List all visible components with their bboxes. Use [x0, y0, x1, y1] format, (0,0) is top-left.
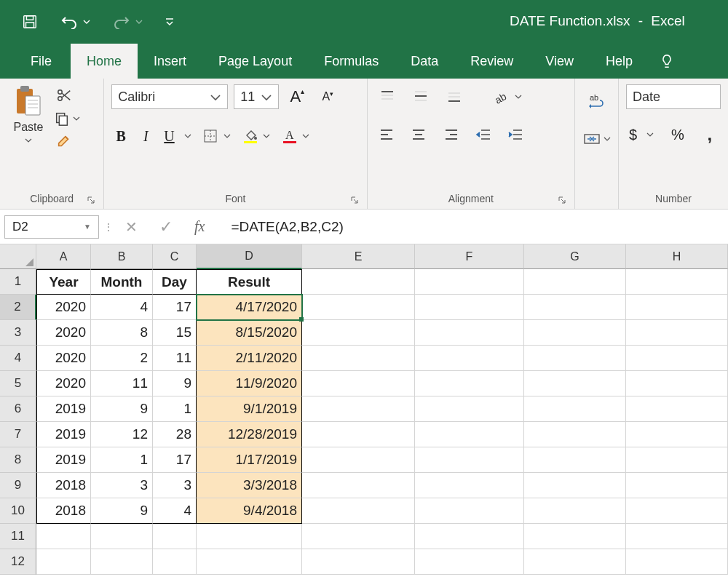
cell-F4[interactable] — [415, 346, 524, 371]
align-left-button[interactable] — [375, 122, 398, 147]
column-header-D[interactable]: D — [197, 244, 302, 269]
cell-E9[interactable] — [302, 473, 415, 498]
cell-E1[interactable] — [302, 269, 415, 295]
cell-D1[interactable]: Result — [197, 269, 302, 295]
cell-E2[interactable] — [302, 295, 415, 320]
cell-F3[interactable] — [415, 320, 524, 346]
align-top-button[interactable] — [375, 84, 400, 109]
cell-H9[interactable] — [626, 473, 728, 498]
tab-formulas[interactable]: Formulas — [308, 44, 395, 79]
column-header-C[interactable]: C — [153, 244, 197, 269]
row-header-3[interactable]: 3 — [0, 320, 36, 346]
cell-D9[interactable]: 3/3/2018 — [197, 473, 302, 498]
cell-G1[interactable] — [524, 269, 626, 295]
cancel-formula-button[interactable]: ✕ — [125, 218, 138, 236]
cell-C9[interactable]: 3 — [153, 473, 197, 498]
row-header-2[interactable]: 2 — [0, 295, 36, 320]
cell-C8[interactable]: 17 — [153, 447, 197, 473]
underline-button[interactable]: U — [161, 124, 194, 148]
percent-format-button[interactable]: % — [667, 122, 689, 147]
cell-C6[interactable]: 1 — [153, 396, 197, 422]
cell-B8[interactable]: 1 — [91, 447, 153, 473]
clipboard-launcher[interactable] — [86, 195, 96, 205]
cell-H10[interactable] — [626, 498, 728, 524]
cell-C5[interactable]: 9 — [153, 371, 197, 396]
cell-B9[interactable]: 3 — [91, 473, 153, 498]
cell-B12[interactable] — [91, 549, 153, 575]
cell-C4[interactable]: 11 — [153, 346, 197, 371]
number-format-combo[interactable]: Date — [626, 84, 721, 109]
cell-D3[interactable]: 8/15/2020 — [197, 320, 302, 346]
tab-file[interactable]: File — [15, 44, 71, 79]
fill-color-button[interactable] — [240, 124, 273, 148]
cell-H4[interactable] — [626, 346, 728, 371]
cell-F2[interactable] — [415, 295, 524, 320]
cell-A3[interactable]: 2020 — [36, 320, 91, 346]
cell-C10[interactable]: 4 — [153, 498, 197, 524]
wrap-text-button[interactable]: ab — [585, 89, 609, 113]
customize-qat-button[interactable] — [165, 0, 175, 44]
cell-A12[interactable] — [36, 549, 91, 575]
cell-H6[interactable] — [626, 396, 728, 422]
borders-button[interactable] — [200, 124, 234, 148]
cell-E8[interactable] — [302, 447, 415, 473]
cell-H5[interactable] — [626, 371, 728, 396]
cell-C1[interactable]: Day — [153, 269, 197, 295]
font-color-button[interactable]: A — [279, 124, 312, 148]
tab-data[interactable]: Data — [395, 44, 454, 79]
cell-H2[interactable] — [626, 295, 728, 320]
cell-E4[interactable] — [302, 346, 415, 371]
cell-G8[interactable] — [524, 447, 626, 473]
cell-H1[interactable] — [626, 269, 728, 295]
cell-F5[interactable] — [415, 371, 524, 396]
cell-B10[interactable]: 9 — [91, 498, 153, 524]
cell-A5[interactable]: 2020 — [36, 371, 91, 396]
cell-H12[interactable] — [626, 549, 728, 575]
align-middle-button[interactable] — [408, 84, 433, 109]
cell-G12[interactable] — [524, 549, 626, 575]
column-header-F[interactable]: F — [415, 244, 524, 269]
merge-center-button[interactable] — [580, 127, 614, 151]
cell-A4[interactable]: 2020 — [36, 346, 91, 371]
cell-B1[interactable]: Month — [91, 269, 153, 295]
tab-help[interactable]: Help — [590, 44, 649, 79]
cell-A6[interactable]: 2019 — [36, 396, 91, 422]
paste-button[interactable] — [14, 84, 43, 116]
cell-E3[interactable] — [302, 320, 415, 346]
cell-B11[interactable] — [91, 524, 153, 549]
cell-A11[interactable] — [36, 524, 91, 549]
cell-H11[interactable] — [626, 524, 728, 549]
cell-H8[interactable] — [626, 447, 728, 473]
italic-button[interactable]: I — [136, 124, 155, 148]
column-header-A[interactable]: A — [36, 244, 91, 269]
tab-view[interactable]: View — [529, 44, 590, 79]
select-all-button[interactable] — [0, 244, 36, 269]
font-name-combo[interactable]: Calibri — [111, 84, 228, 109]
cell-F11[interactable] — [415, 524, 524, 549]
cell-D6[interactable]: 9/1/2019 — [197, 396, 302, 422]
tell-me-button[interactable] — [649, 44, 685, 79]
row-header-8[interactable]: 8 — [0, 447, 36, 473]
row-header-4[interactable]: 4 — [0, 346, 36, 371]
insert-function-button[interactable]: fx — [194, 218, 205, 235]
cell-A10[interactable]: 2018 — [36, 498, 91, 524]
cell-F8[interactable] — [415, 447, 524, 473]
row-header-10[interactable]: 10 — [0, 498, 36, 524]
increase-font-button[interactable]: A▴ — [285, 84, 309, 109]
cell-B3[interactable]: 8 — [91, 320, 153, 346]
align-right-button[interactable] — [439, 122, 462, 147]
cell-A7[interactable]: 2019 — [36, 422, 91, 447]
align-center-button[interactable] — [407, 122, 430, 147]
cell-G11[interactable] — [524, 524, 626, 549]
increase-indent-button[interactable] — [504, 122, 527, 147]
column-header-H[interactable]: H — [626, 244, 728, 269]
redo-button[interactable] — [112, 0, 143, 44]
cell-F9[interactable] — [415, 473, 524, 498]
format-painter-button[interactable] — [54, 134, 74, 150]
cell-E10[interactable] — [302, 498, 415, 524]
cell-A1[interactable]: Year — [36, 269, 91, 295]
cell-F10[interactable] — [415, 498, 524, 524]
alignment-launcher[interactable] — [557, 195, 567, 205]
comma-format-button[interactable]: , — [699, 122, 721, 147]
row-header-11[interactable]: 11 — [0, 524, 36, 549]
